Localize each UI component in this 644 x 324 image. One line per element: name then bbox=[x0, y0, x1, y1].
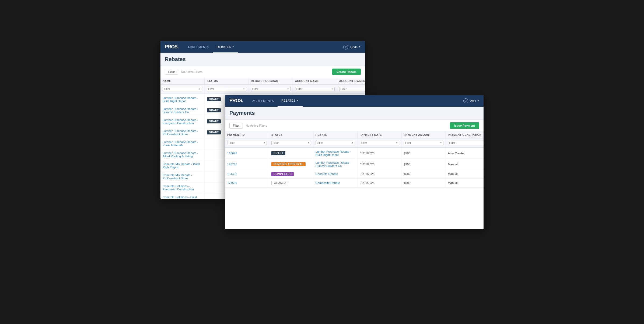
no-filters-label-payments: No Active Filters bbox=[246, 124, 267, 127]
rebate-name-link[interactable]: Lumber Purchase Rebate - Allied Roofing … bbox=[163, 151, 198, 158]
payments-table-wrap: PAYMENT ID STATUS REBATE PAYMENT DATE PA… bbox=[225, 132, 484, 188]
user-menu-payments[interactable]: Alex ▼ bbox=[470, 99, 479, 102]
payment-id-link[interactable]: 116641 bbox=[227, 152, 237, 155]
cell-payment-amount: $682 bbox=[401, 170, 446, 178]
filter-status[interactable] bbox=[208, 88, 242, 91]
filter-payment-gen[interactable] bbox=[449, 141, 484, 144]
chevron-down-icon: ▼ bbox=[232, 45, 234, 48]
status-badge: COMPLETED bbox=[271, 172, 294, 176]
filter-payment-amount[interactable] bbox=[405, 141, 439, 144]
payments-window: PROS. AGREEMENTS REBATES ▼ ? Alex ▼ bbox=[225, 95, 484, 229]
filter-rebate[interactable] bbox=[317, 141, 351, 144]
filter-name-arrow[interactable]: ▼ bbox=[199, 88, 201, 90]
rebate-name-link[interactable]: Lumber Purchase Rebate - Evergreen Const… bbox=[163, 118, 198, 125]
table-row: 171591CLOSEDComposite Rebate01/01/2025$6… bbox=[225, 178, 484, 187]
status-badge: PENDING APPROVAL bbox=[271, 162, 306, 166]
navbar-payments: PROS. AGREEMENTS REBATES ▼ ? Alex ▼ bbox=[225, 95, 484, 107]
help-icon[interactable]: ? bbox=[343, 45, 348, 49]
rebate-link[interactable]: Lumber Purchase Rebate - Build Right Dep… bbox=[316, 150, 351, 156]
cell-payment-amount: $250 bbox=[401, 159, 446, 170]
nav-links: AGREEMENTS REBATES ▼ bbox=[184, 41, 238, 53]
nav-agreements-payments[interactable]: AGREEMENTS bbox=[248, 95, 278, 107]
logo: PROS. bbox=[165, 44, 178, 50]
page-title: Rebates bbox=[165, 56, 186, 62]
col-payment-id: PAYMENT ID bbox=[225, 132, 269, 138]
payment-id-link[interactable]: 154431 bbox=[227, 172, 237, 176]
issue-payment-button[interactable]: Issue Payment bbox=[450, 122, 479, 129]
filter-pstatus-arrow[interactable]: ▼ bbox=[307, 142, 310, 144]
rebate-name-link[interactable]: Lumber Purchase Rebate - ProConstruct St… bbox=[163, 129, 198, 136]
filter-button[interactable]: Filter bbox=[165, 69, 178, 75]
table-row: 116641DRAFTLumber Purchase Rebate - Buil… bbox=[225, 148, 484, 159]
filter-pdate-arrow[interactable]: ▼ bbox=[396, 142, 398, 144]
filter-button-payments[interactable]: Filter bbox=[229, 123, 243, 129]
table-header-row: NAME STATUS REBATE PROGRAM ACCOUNT NAME … bbox=[160, 78, 365, 84]
filter-name[interactable] bbox=[164, 88, 198, 91]
cell-payment-date: 01/01/2025 bbox=[357, 148, 401, 159]
rebate-name-link[interactable]: Lumber Purchase Rebate - Prime Materials bbox=[163, 140, 198, 147]
payment-id-link[interactable]: 128761 bbox=[227, 163, 237, 166]
rebate-link[interactable]: Lumber Purchase Rebate - Summit Builders… bbox=[316, 161, 351, 168]
page-header-payments: Payments bbox=[225, 107, 484, 120]
cell-payment-generation: Manual bbox=[446, 159, 484, 170]
filter-account-owner[interactable] bbox=[341, 88, 365, 91]
filter-payment-status[interactable] bbox=[273, 141, 307, 144]
col-payment-generation: PAYMENT GENERATION bbox=[446, 132, 484, 138]
nav-right: ? Linda ▼ bbox=[343, 45, 361, 49]
col-payment-date: PAYMENT DATE bbox=[357, 132, 401, 138]
toolbar-left: Filter No Active Filters bbox=[165, 69, 202, 75]
page-title-payments: Payments bbox=[229, 110, 255, 116]
table-row: 154431COMPLETEDConcrete Rebate01/01/2025… bbox=[225, 170, 484, 178]
toolbar-payments: Filter No Active Filters Issue Payment bbox=[225, 120, 484, 132]
table-row: 128761PENDING APPROVALLumber Purchase Re… bbox=[225, 159, 484, 170]
cell-payment-amount: $682 bbox=[401, 178, 446, 187]
col-status: STATUS bbox=[204, 78, 248, 84]
payments-table: PAYMENT ID STATUS REBATE PAYMENT DATE PA… bbox=[225, 132, 484, 188]
payments-filter-row: ▼ ▼ ▼ ▼ ▼ ▼ ▼ bbox=[225, 138, 484, 148]
rebate-name-link[interactable]: Concrete Mix Rebate - ProConstruct Store bbox=[163, 173, 192, 180]
cell-payment-amount: $500 bbox=[401, 148, 446, 159]
filter-row: ▼ ▼ ▼ ▼ ▼ ▼ ▼ ▼ ▼ bbox=[160, 84, 365, 94]
status-badge: DRAFT bbox=[271, 151, 285, 155]
filter-payment-date[interactable] bbox=[361, 141, 395, 144]
col-account-name: ACCOUNT NAME bbox=[293, 78, 337, 84]
rebate-name-link[interactable]: Concrete Solutions - Evergreen Construct… bbox=[163, 184, 194, 191]
nav-right-payments: ? Alex ▼ bbox=[463, 98, 479, 103]
user-menu[interactable]: Linda ▼ bbox=[350, 45, 361, 49]
filter-rebate-program[interactable] bbox=[252, 88, 286, 91]
payment-id-link[interactable]: 171591 bbox=[227, 181, 237, 184]
col-rebate-program: REBATE PROGRAM bbox=[248, 78, 293, 84]
rebate-name-link[interactable]: Lumber Purchase Rebate - Summit Builders… bbox=[163, 107, 198, 114]
cell-payment-generation: Manual bbox=[446, 170, 484, 178]
create-rebate-button[interactable]: Create Rebate bbox=[332, 69, 361, 75]
filter-rebate-arrow[interactable]: ▼ bbox=[352, 142, 354, 144]
rebate-name-link[interactable]: Concrete Solutions - Build Right Depot bbox=[163, 195, 197, 199]
filter-account-name[interactable] bbox=[296, 88, 331, 91]
filter-account-name-arrow[interactable]: ▼ bbox=[331, 88, 333, 90]
filter-rebate-program-arrow[interactable]: ▼ bbox=[287, 88, 289, 90]
logo-payments: PROS. bbox=[229, 98, 243, 104]
chevron-down-icon: ▼ bbox=[359, 46, 361, 48]
chevron-down-icon-2: ▼ bbox=[297, 99, 299, 102]
chevron-down-icon-3: ▼ bbox=[477, 99, 479, 102]
col-name: NAME bbox=[160, 78, 204, 84]
filter-pid-arrow[interactable]: ▼ bbox=[263, 142, 265, 144]
nav-agreements[interactable]: AGREEMENTS bbox=[184, 41, 213, 53]
rebate-link[interactable]: Composite Rebate bbox=[316, 181, 340, 184]
filter-pamount-arrow[interactable]: ▼ bbox=[440, 142, 442, 144]
cell-payment-generation: Auto Created bbox=[446, 148, 484, 159]
rebate-name-link[interactable]: Lumber Purchase Rebate - Build Right Dep… bbox=[163, 96, 198, 103]
col-account-owner: ACCOUNT OWNER bbox=[337, 78, 365, 84]
help-icon-2[interactable]: ? bbox=[463, 98, 468, 103]
rebate-name-link[interactable]: Concrete Mix Rebate - Build Right Depot bbox=[163, 162, 200, 169]
nav-rebates-payments[interactable]: REBATES ▼ bbox=[278, 95, 303, 107]
payments-tbody: 116641DRAFTLumber Purchase Rebate - Buil… bbox=[225, 148, 484, 188]
toolbar-left-payments: Filter No Active Filters bbox=[229, 123, 267, 129]
rebate-link[interactable]: Concrete Rebate bbox=[316, 172, 338, 176]
filter-status-arrow[interactable]: ▼ bbox=[243, 88, 245, 90]
cell-payment-generation: Manual bbox=[446, 178, 484, 187]
filter-payment-id[interactable] bbox=[229, 141, 263, 144]
nav-rebates[interactable]: REBATES ▼ bbox=[213, 41, 238, 53]
col-payment-status: STATUS bbox=[269, 132, 313, 138]
col-rebate: REBATE bbox=[313, 132, 357, 138]
